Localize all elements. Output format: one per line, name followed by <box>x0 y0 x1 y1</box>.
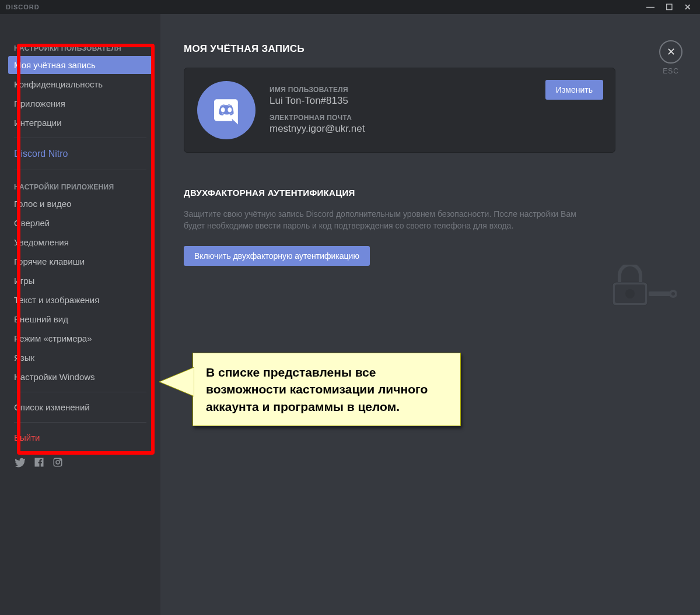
divider <box>14 170 146 170</box>
window-controls: — ☐ ✕ <box>646 2 698 12</box>
sidebar-item-appearance[interactable]: Внешний вид <box>8 310 152 328</box>
sidebar-item-integrations[interactable]: Интеграции <box>8 114 152 132</box>
email-label: ЭЛЕКТРОННАЯ ПОЧТА <box>270 114 602 122</box>
close-window-icon[interactable]: ✕ <box>684 2 692 12</box>
two-factor-section: ДВУХФАКТОРНАЯ АУТЕНТИФИКАЦИЯ Защитите св… <box>184 188 592 266</box>
callout-text: В списке представлены все возможности ка… <box>206 366 428 413</box>
svg-rect-6 <box>649 291 672 296</box>
svg-point-2 <box>60 459 61 461</box>
two-factor-description: Защитите свою учётную запись Discord доп… <box>184 208 592 232</box>
minimize-icon[interactable]: — <box>646 2 655 12</box>
discord-logo-icon <box>210 94 243 126</box>
two-factor-title: ДВУХФАКТОРНАЯ АУТЕНТИФИКАЦИЯ <box>184 188 592 198</box>
sidebar-item-account[interactable]: Моя учётная запись <box>8 56 152 74</box>
divider <box>14 422 146 423</box>
divider <box>14 392 146 392</box>
social-links <box>8 448 152 480</box>
sidebar-item-streamer[interactable]: Режим «стримера» <box>8 329 152 347</box>
svg-point-1 <box>56 461 60 464</box>
sidebar-item-overlay[interactable]: Оверлей <box>8 214 152 232</box>
facebook-icon[interactable] <box>34 457 44 471</box>
instagram-icon[interactable] <box>52 457 63 471</box>
maximize-icon[interactable]: ☐ <box>666 2 674 12</box>
sidebar-item-changelog[interactable]: Список изменений <box>8 398 152 416</box>
avatar[interactable] <box>197 81 256 139</box>
svg-point-5 <box>625 289 635 298</box>
edit-account-button[interactable]: Изменить <box>545 80 603 100</box>
sidebar-item-apps[interactable]: Приложения <box>8 94 152 113</box>
settings-main: ✕ ESC МОЯ УЧЁТНАЯ ЗАПИСЬ ИМЯ ПОЛЬЗОВАТЕЛ… <box>160 14 700 615</box>
page-title: МОЯ УЧЁТНАЯ ЗАПИСЬ <box>184 43 665 55</box>
settings-sidebar: НАСТРОЙКИ ПОЛЬЗОВАТЕЛЯ Моя учётная запис… <box>0 14 160 615</box>
account-card: ИМЯ ПОЛЬЗОВАТЕЛЯ Lui Ton-Ton#8135 ЭЛЕКТР… <box>184 68 615 153</box>
close-settings-button[interactable]: ✕ ESC <box>659 40 682 75</box>
svg-marker-9 <box>159 367 194 396</box>
enable-2fa-button[interactable]: Включить двухфакторную аутентификацию <box>184 246 370 266</box>
sidebar-item-privacy[interactable]: Конфиденциальность <box>8 75 152 93</box>
sidebar-section-app: НАСТРОЙКИ ПРИЛОЖЕНИЯ <box>8 176 152 195</box>
sidebar-section-user: НАСТРОЙКИ ПОЛЬЗОВАТЕЛЯ <box>8 37 152 56</box>
divider <box>14 138 146 138</box>
sidebar-item-voice[interactable]: Голос и видео <box>8 195 152 213</box>
sidebar-item-text-images[interactable]: Текст и изображения <box>8 291 152 309</box>
twitter-icon[interactable] <box>14 457 26 471</box>
esc-label: ESC <box>663 67 679 75</box>
app-body: НАСТРОЙКИ ПОЛЬЗОВАТЕЛЯ Моя учётная запис… <box>0 14 700 615</box>
lock-illustration <box>607 265 677 314</box>
sidebar-item-games[interactable]: Игры <box>8 272 152 290</box>
sidebar-item-language[interactable]: Язык <box>8 349 152 367</box>
annotation-callout: В списке представлены все возможности ка… <box>192 353 461 426</box>
sidebar-item-windows[interactable]: Настройки Windows <box>8 368 152 386</box>
sidebar-item-notifications[interactable]: Уведомления <box>8 233 152 251</box>
email-value: mestnyy.igor@ukr.net <box>270 123 602 135</box>
close-icon[interactable]: ✕ <box>659 40 682 64</box>
sidebar-item-hotkeys[interactable]: Горячие клавиши <box>8 252 152 270</box>
svg-point-8 <box>671 292 675 296</box>
sidebar-item-nitro[interactable]: Discord Nitro <box>8 144 152 164</box>
titlebar: DISCORD — ☐ ✕ <box>0 0 700 14</box>
app-name: DISCORD <box>6 3 40 10</box>
sidebar-item-logout[interactable]: Выйти <box>8 428 152 447</box>
